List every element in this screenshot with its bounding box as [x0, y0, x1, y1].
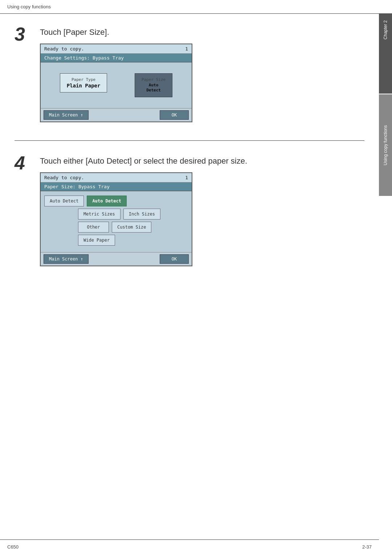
step-4-title: Touch either [Auto Detect] or select the…: [40, 153, 364, 166]
paper-type-col: Paper Type Plain Paper: [60, 73, 107, 97]
screen1-footer: Main Screen ↑ OK: [41, 108, 192, 122]
step-4-section: 4 Touch either [Auto Detect] or select t…: [15, 153, 364, 266]
auto-detect-right-btn[interactable]: Auto Detect: [87, 196, 126, 206]
step-4-number: 4: [15, 153, 40, 172]
step-4-content: Touch either [Auto Detect] or select the…: [40, 153, 364, 266]
functions-tab: Using copy functions: [379, 94, 392, 196]
paper-type-section: Paper Type Plain Paper Paper Size AutoDe…: [46, 73, 186, 97]
screen1-body: Paper Type Plain Paper Paper Size AutoDe…: [41, 62, 192, 108]
screen2-body: Auto Detect Auto Detect Metric Sizes Inc…: [41, 191, 192, 252]
screen2-status: Ready to copy.: [44, 175, 84, 180]
paper-size-label: Paper Size: [142, 77, 166, 82]
screen1-count: 1: [185, 46, 188, 52]
paper-type-value: Plain Paper: [67, 83, 101, 89]
copier-screen-1: Ready to copy. 1 Change Settings: Bypass…: [40, 44, 192, 122]
top-bar: Using copy functions: [0, 0, 392, 14]
wide-paper-btn[interactable]: Wide Paper: [78, 235, 115, 246]
screen2-status-bar: Ready to copy. 1: [41, 173, 192, 182]
page-footer: C650 2-37: [0, 539, 379, 554]
paper-size-col: Paper Size AutoDetect: [135, 73, 172, 97]
section-label: Using copy functions: [7, 4, 51, 9]
paper-size-btn[interactable]: Paper Size AutoDetect: [135, 73, 172, 97]
screen2-footer: Main Screen ↑ OK: [41, 252, 192, 266]
screen2-header: Paper Size: Bypass Tray: [41, 182, 192, 191]
screen2-ok-btn[interactable]: OK: [160, 254, 189, 264]
chapter-tab: Chapter 2: [379, 14, 392, 94]
screen1-status: Ready to copy.: [44, 46, 84, 52]
screen2-row-3: Other Custom Size: [44, 222, 188, 233]
step-3-number: 3: [15, 25, 40, 44]
divider-1: [15, 140, 364, 141]
screen1-header: Change Settings: Bypass Tray: [41, 54, 192, 62]
screen1-ok-btn[interactable]: OK: [160, 110, 189, 120]
copier-screen-2: Ready to copy. 1 Paper Size: Bypass Tray…: [40, 172, 192, 266]
paper-size-value: AutoDetect: [142, 83, 166, 93]
footer-page: 2-37: [362, 544, 372, 550]
screen2-count: 1: [185, 175, 188, 180]
step-3-content: Touch [Paper Size]. Ready to copy. 1 Cha…: [40, 25, 364, 122]
step-3-section: 3 Touch [Paper Size]. Ready to copy. 1 C…: [15, 25, 364, 122]
footer-model: C650: [7, 544, 19, 550]
screen1-status-bar: Ready to copy. 1: [41, 44, 192, 54]
screen2-main-screen-btn[interactable]: Main Screen ↑: [44, 254, 89, 264]
metric-sizes-btn[interactable]: Metric Sizes: [78, 209, 121, 219]
screen2-row-4: Wide Paper: [44, 235, 188, 246]
other-btn[interactable]: Other: [78, 222, 109, 233]
custom-size-btn[interactable]: Custom Size: [112, 222, 151, 233]
inch-sizes-btn[interactable]: Inch Sizes: [123, 209, 160, 219]
step-3-title: Touch [Paper Size].: [40, 25, 364, 37]
main-content: 3 Touch [Paper Size]. Ready to copy. 1 C…: [0, 14, 379, 539]
paper-type-label: Paper Type: [67, 77, 101, 82]
screen2-row-2: Metric Sizes Inch Sizes: [44, 209, 188, 219]
functions-label: Using copy functions: [383, 125, 388, 165]
chapter-label: Chapter 2: [383, 20, 388, 40]
screen1-main-screen-btn[interactable]: Main Screen ↑: [44, 110, 89, 120]
auto-detect-left-btn[interactable]: Auto Detect: [44, 196, 84, 206]
screen2-row-1: Auto Detect Auto Detect: [44, 196, 188, 206]
paper-type-btn[interactable]: Paper Type Plain Paper: [60, 73, 107, 93]
